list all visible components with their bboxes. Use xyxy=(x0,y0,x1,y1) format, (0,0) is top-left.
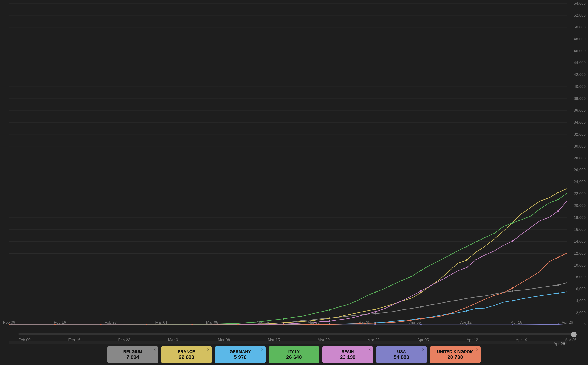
y-axis-label: 16,000 xyxy=(574,227,586,232)
scroll-label: Feb 23 xyxy=(118,338,130,342)
y-axis-label: 28,000 xyxy=(574,156,586,161)
legend-country-value: 7 094 xyxy=(126,354,139,360)
x-axis-label: Mar 01 xyxy=(152,320,171,325)
legend-country-name: ITALY xyxy=(288,349,299,354)
y-axis-label: 2,000 xyxy=(576,311,586,315)
x-axis-label: Mar 08 xyxy=(203,320,221,325)
scroll-thumb[interactable] xyxy=(571,332,576,337)
y-axis-label: 50,000 xyxy=(574,25,586,30)
y-axis-label: 32,000 xyxy=(574,132,586,137)
legend-country-value: 54 880 xyxy=(394,354,409,360)
legend-country-name: GERMANY xyxy=(230,349,251,354)
y-axis-label: 26,000 xyxy=(574,168,586,172)
scroll-label: Mar 01 xyxy=(168,338,180,342)
scroll-label: Feb 16 xyxy=(68,338,80,342)
chart-container: 02,0004,0006,0008,00010,00012,00014,0001… xyxy=(0,0,588,365)
x-axis-label: Feb 09 xyxy=(0,320,18,325)
x-axis: Feb 09Feb 16Feb 23Mar 01Mar 08Mar 15Mar … xyxy=(9,320,567,327)
x-axis-label: Mar 15 xyxy=(254,320,272,325)
x-axis-label: Feb 16 xyxy=(51,320,69,325)
y-axis-label: 8,000 xyxy=(576,275,586,280)
scroll-label: Feb 09 xyxy=(18,338,30,342)
chart-legend: ✕BELGIUM7 094✕FRANCE22 890✕GERMANY5 976✕… xyxy=(0,344,588,365)
scroll-label: Apr 19 xyxy=(516,338,527,342)
y-axis-label: 24,000 xyxy=(574,180,586,184)
scroll-label: Apr 12 xyxy=(466,338,478,342)
legend-country-value: 20 790 xyxy=(447,354,463,360)
y-axis-label: 14,000 xyxy=(574,239,586,244)
scroll-label: Apr 05 xyxy=(417,338,429,342)
y-axis-label: 36,000 xyxy=(574,108,586,113)
legend-item-usa[interactable]: ✕USA54 880 xyxy=(376,346,427,363)
y-axis-label: 52,000 xyxy=(574,13,586,18)
legend-close-button[interactable]: ✕ xyxy=(422,348,425,352)
legend-close-button[interactable]: ✕ xyxy=(261,348,264,352)
y-axis-label: 38,000 xyxy=(574,96,586,101)
y-axis-label: 48,000 xyxy=(574,37,586,42)
y-axis-label: 30,000 xyxy=(574,144,586,149)
legend-close-button[interactable]: ✕ xyxy=(476,348,479,352)
y-axis-label: 44,000 xyxy=(574,61,586,65)
y-axis-label: 12,000 xyxy=(574,251,586,256)
y-axis: 02,0004,0006,0008,00010,00012,00014,0001… xyxy=(568,3,586,325)
current-date-label: Apr 26 xyxy=(553,342,565,346)
legend-country-name: BELGIUM xyxy=(123,349,142,354)
x-axis-label: Feb 23 xyxy=(102,320,120,325)
x-axis-label: Apr 19 xyxy=(507,320,526,325)
legend-country-value: 23 190 xyxy=(340,354,355,360)
y-axis-label: 4,000 xyxy=(576,299,586,303)
legend-country-value: 22 890 xyxy=(179,354,194,360)
x-axis-label: Apr 26 xyxy=(558,320,576,325)
legend-country-name: FRANCE xyxy=(178,349,195,354)
scroll-label: Mar 22 xyxy=(318,338,330,342)
x-axis-label: Apr 12 xyxy=(457,320,475,325)
chart-canvas xyxy=(9,3,567,325)
legend-item-spain[interactable]: ✕SPAIN23 190 xyxy=(322,346,373,363)
y-axis-label: 6,000 xyxy=(576,287,586,291)
x-axis-label: Mar 29 xyxy=(355,320,373,325)
legend-country-value: 5 976 xyxy=(234,354,247,360)
y-axis-label: 42,000 xyxy=(574,72,586,77)
y-axis-label: 46,000 xyxy=(574,49,586,53)
legend-item-germany[interactable]: ✕GERMANY5 976 xyxy=(215,346,266,363)
x-axis-label: Apr 05 xyxy=(406,320,424,325)
y-axis-label: 0 xyxy=(584,323,586,327)
scroll-label: Mar 08 xyxy=(218,338,230,342)
scroll-label: Apr 26 xyxy=(565,338,576,342)
legend-country-value: 26 640 xyxy=(286,354,302,360)
legend-close-button[interactable]: ✕ xyxy=(153,348,156,352)
legend-country-name: UNITED KINGDOM xyxy=(437,349,474,354)
legend-item-italy[interactable]: ✕ITALY26 640 xyxy=(269,346,319,363)
scroll-label: Mar 29 xyxy=(368,338,380,342)
scroll-label: Mar 15 xyxy=(268,338,280,342)
y-axis-label: 10,000 xyxy=(574,263,586,268)
x-axis-label: Mar 22 xyxy=(304,320,323,325)
legend-country-name: USA xyxy=(397,349,406,354)
legend-close-button[interactable]: ✕ xyxy=(207,348,210,352)
legend-close-button[interactable]: ✕ xyxy=(368,348,371,352)
y-axis-label: 22,000 xyxy=(574,192,586,196)
legend-close-button[interactable]: ✕ xyxy=(314,348,317,352)
legend-item-united-kingdom[interactable]: ✕UNITED KINGDOM20 790 xyxy=(430,346,480,363)
legend-item-france[interactable]: ✕FRANCE22 890 xyxy=(161,346,212,363)
y-axis-label: 54,000 xyxy=(574,1,586,6)
y-axis-label: 40,000 xyxy=(574,84,586,89)
legend-country-name: SPAIN xyxy=(341,349,354,354)
y-axis-label: 34,000 xyxy=(574,120,586,125)
scroll-track[interactable] xyxy=(18,333,576,335)
scrollbar-labels: Feb 09Feb 16Feb 23Mar 01Mar 08Mar 15Mar … xyxy=(18,337,576,343)
y-axis-label: 20,000 xyxy=(574,204,586,208)
legend-item-belgium[interactable]: ✕BELGIUM7 094 xyxy=(108,346,158,363)
y-axis-label: 18,000 xyxy=(574,215,586,220)
